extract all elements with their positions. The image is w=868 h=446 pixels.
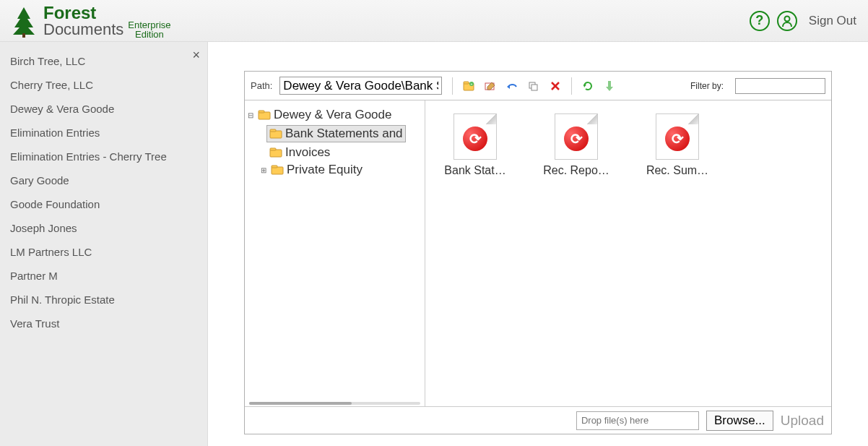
fm-body: ⊟ Dewey & Vera Goode Bank Statements and… [245,100,831,406]
file-label: Rec. Sum… [638,164,717,177]
logo-area: Forest Documents Enterprise Edition [7,3,171,39]
collapse-icon[interactable]: ⊟ [246,111,255,119]
download-icon[interactable] [604,80,615,92]
delete-icon[interactable] [550,80,561,92]
main-area: × Birch Tree, LLC Cherry Tree, LLC Dewey… [0,42,868,446]
file-label: Rec. Repo… [537,164,616,177]
tree-child[interactable]: Bank Statements and [246,124,423,144]
fm-toolbar: Path: + Filter by: [245,72,831,100]
browse-button[interactable]: Browse... [706,411,773,431]
sidebar-item[interactable]: Joseph Jones [0,216,207,240]
sidebar-item[interactable]: Elimination Entries [0,121,207,145]
refresh-icon[interactable] [582,80,594,92]
new-folder-icon[interactable]: + [463,80,474,92]
tree-label: Private Equity [287,163,363,177]
horizontal-scrollbar[interactable] [249,402,420,405]
tree-label: Invoices [285,145,330,160]
pdf-icon: ⟳ [453,113,497,160]
pdf-icon: ⟳ [555,113,598,160]
sidebar-item[interactable]: Dewey & Vera Goode [0,97,207,121]
file-item[interactable]: ⟳ Rec. Sum… [638,113,717,177]
svg-marker-13 [583,85,586,87]
tree-child[interactable]: ⊞ Private Equity [246,161,423,179]
tree-root-label: Dewey & Vera Goode [274,108,391,122]
fm-footer: Browse... Upload [245,406,831,434]
expand-icon[interactable]: ⊞ [259,166,268,174]
svg-marker-15 [606,87,613,91]
folder-icon [271,165,284,175]
svg-rect-14 [608,81,611,87]
sidebar-item[interactable]: Elimination Entries - Cherry Tree [0,145,207,168]
tree-root[interactable]: ⊟ Dewey & Vera Goode [246,106,423,124]
folder-tree: ⊟ Dewey & Vera Goode Bank Statements and… [245,100,425,406]
user-icon[interactable] [777,11,797,31]
help-icon[interactable]: ? [750,11,770,31]
sidebar-item[interactable]: Birch Tree, LLC [0,49,207,73]
svg-rect-10 [531,85,537,90]
rename-icon[interactable] [485,80,496,92]
undo-icon[interactable] [506,80,518,92]
tree-logo-icon [7,4,40,38]
sidebar-item[interactable]: Goode Foundation [0,192,207,216]
logo-text: Forest Documents Enterprise Edition [43,3,171,39]
close-icon[interactable]: × [192,48,200,63]
divider [571,77,572,95]
drop-input[interactable] [576,411,699,430]
folder-icon [258,110,271,120]
sidebar-item[interactable]: Partner M [0,264,207,288]
pdf-icon: ⟳ [656,113,699,160]
logo-bottom: Documents [43,20,123,39]
sidebar: × Birch Tree, LLC Cherry Tree, LLC Dewey… [0,42,208,446]
upload-button[interactable]: Upload [781,413,824,429]
svg-point-2 [784,16,789,21]
path-label: Path: [251,80,272,91]
toolbar-actions-2 [582,80,615,92]
divider [452,77,453,95]
copy-icon[interactable] [528,80,539,92]
file-item[interactable]: ⟳ Bank Stat… [435,113,515,177]
files-pane: ⟳ Bank Stat… ⟳ Rec. Repo… ⟳ Rec. Sum… [425,100,831,406]
folder-icon [269,129,282,139]
svg-rect-19 [270,129,276,132]
toolbar-actions: + [463,80,561,92]
sidebar-item[interactable]: LM Partners LLC [0,240,207,264]
svg-marker-0 [13,7,35,35]
path-input[interactable] [279,77,442,95]
filter-label: Filter by: [690,81,724,91]
tree-child[interactable]: Invoices [246,144,423,161]
file-label: Bank Stat… [435,164,515,177]
sidebar-item[interactable]: Gary Goode [0,168,207,192]
file-manager: Path: + Filter by: [244,71,832,434]
svg-text:+: + [471,82,473,86]
sidebar-item[interactable]: Vera Trust [0,312,207,335]
file-item[interactable]: ⟳ Rec. Repo… [537,113,616,177]
app-header: Forest Documents Enterprise Edition ? Si… [0,0,868,42]
tree-label: Bank Statements and [285,126,403,141]
sidebar-item[interactable]: Cherry Tree, LLC [0,73,207,97]
filter-input[interactable] [735,78,825,94]
svg-marker-8 [507,85,510,89]
signout-link[interactable]: Sign Out [809,14,856,28]
svg-rect-23 [272,166,277,168]
svg-rect-21 [270,148,276,150]
svg-rect-1 [22,33,25,38]
folder-icon [269,147,282,158]
svg-rect-17 [259,111,264,113]
edition-label: Enterprise Edition [128,20,170,39]
svg-rect-4 [464,82,469,84]
sidebar-item[interactable]: Phil N. Thropic Estate [0,288,207,312]
header-right: ? Sign Out [750,11,856,31]
content-area: Path: + Filter by: [208,42,868,446]
